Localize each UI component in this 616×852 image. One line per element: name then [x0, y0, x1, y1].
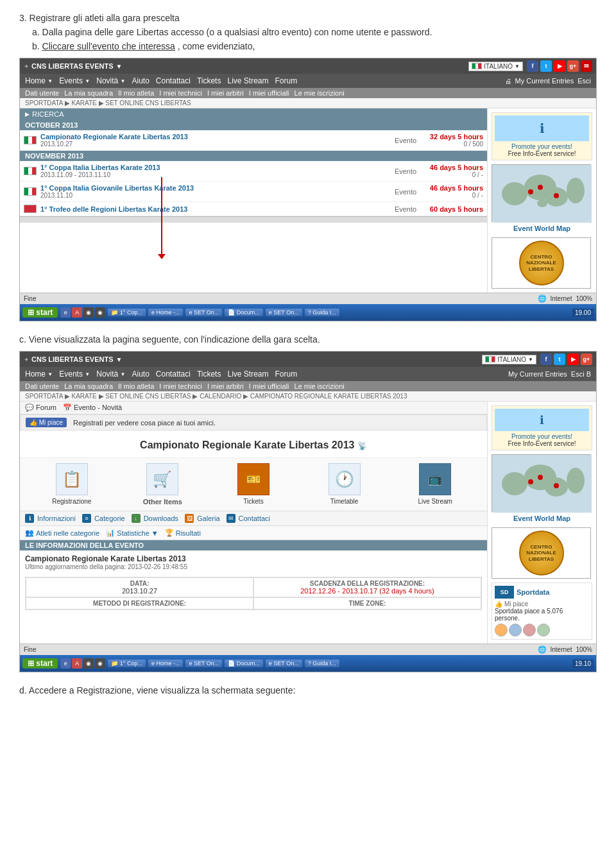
tab-contattaci[interactable]: ✉ Contattaci [227, 514, 271, 523]
ss2-nav-home[interactable]: Home ▼ [25, 370, 53, 379]
ss2-nav-tickets[interactable]: Tickets [197, 370, 221, 379]
sportdata-like-text[interactable]: Mi piace [504, 601, 528, 608]
ss2-taskbar-pdf-icon[interactable]: A [72, 658, 82, 669]
ss2-subnav-arbitri[interactable]: I miei arbitri [207, 382, 244, 390]
ss2-subnav-dati[interactable]: Dati utente [25, 382, 59, 390]
nav-novita[interactable]: Novità ▼ [96, 76, 125, 85]
event-row-2[interactable]: 1° Coppa Italia Libertas Karate 2013 201… [20, 161, 487, 182]
horizontal-scrollbar[interactable] [20, 216, 487, 223]
tab-galeria[interactable]: 🖼 Galeria [185, 514, 219, 523]
nav-tickets[interactable]: Tickets [197, 76, 221, 85]
icon-tickets[interactable]: 🎫 Tickets [208, 463, 299, 506]
rss-icon[interactable]: ✉ [581, 60, 592, 72]
taskbar-btn-5[interactable]: e SET On... [266, 309, 302, 316]
subnav-squadra[interactable]: La mia squadra [64, 89, 113, 97]
ss2-lang-selector[interactable]: ITALIANO ▼ [482, 355, 536, 364]
step3b-link[interactable]: Cliccare sull'evento che interessa [42, 41, 175, 51]
ss2-nav-contattaci[interactable]: Contattaci [156, 370, 191, 379]
ss2-tw-icon[interactable]: t [554, 354, 565, 365]
ss2-taskbar-btn-5[interactable]: e SET On... [266, 660, 302, 667]
subnav-dati[interactable]: Dati utente [25, 89, 59, 97]
start-button-1[interactable]: ⊞ start [22, 307, 58, 318]
nav-aiuto[interactable]: Aiuto [132, 76, 150, 85]
tab-downloads[interactable]: ↓ Downloads [132, 514, 178, 523]
twitter-icon[interactable]: t [540, 60, 552, 72]
map-title[interactable]: Event World Map [492, 225, 592, 232]
forum-link[interactable]: 💬 Forum [25, 404, 56, 412]
mi-piace-button[interactable]: 👍 Mi piace [26, 418, 67, 427]
nav-livestream[interactable]: Live Stream [227, 76, 268, 85]
subnav-arbitri[interactable]: I miei arbitri [207, 89, 244, 97]
taskbar-app2-icon[interactable]: ◉ [95, 307, 105, 318]
my-entries[interactable]: My Current Entries [515, 77, 574, 85]
taskbar-btn-6[interactable]: ? Guida I... [305, 309, 339, 316]
ss2-nav-novita[interactable]: Novità ▼ [96, 370, 125, 379]
subnav-atleta[interactable]: Il mio atleta [118, 89, 154, 97]
statistiche-item[interactable]: 📊 Statistiche ▼ [106, 529, 158, 537]
ss2-subnav-squadra[interactable]: La mia squadra [64, 382, 113, 390]
tab-categorie[interactable]: ≡ Categorie [82, 514, 125, 523]
ss2-taskbar-btn-2[interactable]: e Home -... [148, 660, 184, 667]
ss2-taskbar-btn-4[interactable]: 📄 Docum... [225, 660, 263, 667]
event-name-3[interactable]: 1° Coppa Italia Giovanile Libertas Karat… [40, 184, 386, 192]
atleti-nelle-categorie[interactable]: 👥 Atleti nelle categorie [25, 529, 99, 537]
start-button-2[interactable]: ⊞ start [22, 658, 58, 669]
rss-feed-icon[interactable]: 📡 [357, 441, 367, 450]
event-row-1[interactable]: Campionato Regionale Karate Libertas 201… [20, 130, 487, 151]
taskbar-ie-icon[interactable]: e [60, 307, 71, 318]
subnav-iscrizioni[interactable]: Le mie iscrizioni [295, 89, 345, 97]
ss2-nav-esci[interactable]: Esci B [571, 370, 591, 378]
icon-registrazione[interactable]: 📋 Registrazione [26, 463, 117, 506]
tab-informazioni[interactable]: ℹ Informazioni [25, 514, 76, 523]
event-name-2[interactable]: 1° Coppa Italia Libertas Karate 2013 [40, 164, 386, 171]
taskbar-app-icon[interactable]: ◉ [83, 307, 94, 318]
facebook-icon[interactable]: f [527, 60, 538, 72]
taskbar-btn-2[interactable]: e Home -... [148, 309, 184, 316]
ss2-nav-aiuto[interactable]: Aiuto [132, 370, 150, 379]
event-row-4[interactable]: 1° Trofeo delle Regioni Libertas Karate … [20, 202, 487, 216]
nav-events[interactable]: Events ▼ [59, 76, 90, 85]
evento-novita-link[interactable]: 📅 Evento - Novità [63, 404, 122, 412]
event-name-4[interactable]: 1° Trofeo delle Regioni Libertas Karate … [40, 205, 386, 213]
icon-timetable[interactable]: 🕐 Timetable [299, 463, 390, 506]
ss2-fb-icon[interactable]: f [540, 354, 552, 365]
nav-esci[interactable]: Esci [578, 77, 591, 85]
icon-other-items[interactable]: 🛒 Other Items [117, 463, 209, 506]
ss2-taskbar-btn-1[interactable]: 📁 1° Cop... [108, 660, 146, 667]
subnav-technici[interactable]: I miei technici [159, 89, 202, 97]
nav-home[interactable]: Home ▼ [25, 76, 53, 85]
promote-title[interactable]: Promote your events! [495, 143, 589, 150]
ss2-taskbar-ie-icon[interactable]: e [60, 658, 71, 669]
ss2-taskbar-btn-6[interactable]: ? Guida I... [305, 660, 339, 667]
ss2-subnav-iscrizioni[interactable]: Le mie iscrizioni [295, 382, 345, 390]
ss2-map-title[interactable]: Event World Map [492, 515, 592, 522]
ss2-promote-title[interactable]: Promote your events! [495, 433, 589, 440]
icon-livestream[interactable]: 📺 Live Stream [389, 463, 481, 506]
event-row-3[interactable]: 1° Coppa Italia Giovanile Libertas Karat… [20, 182, 487, 202]
ss2-yt-icon[interactable]: ▶ [567, 354, 579, 365]
ss2-taskbar-app-icon[interactable]: ◉ [83, 658, 94, 669]
ss2-nav-forum[interactable]: Forum [275, 370, 297, 379]
ss2-subnav-ufficiali[interactable]: I miei ufficiali [249, 382, 289, 390]
risultati-item[interactable]: 🏆 Risultati [165, 529, 201, 537]
ss2-taskbar-app2-icon[interactable]: ◉ [95, 658, 105, 669]
taskbar-pdf-icon[interactable]: A [72, 307, 82, 318]
nav-forum[interactable]: Forum [275, 76, 297, 85]
event-name-1[interactable]: Campionato Regionale Karate Libertas 201… [40, 133, 386, 141]
ss2-taskbar-btn-3[interactable]: e SET On... [185, 660, 222, 667]
taskbar-btn-4[interactable]: 📄 Docum... [225, 309, 263, 316]
ss2-gp-icon[interactable]: g+ [581, 354, 592, 365]
ss2-nav-livestream[interactable]: Live Stream [227, 370, 268, 379]
ss2-nav-events[interactable]: Events ▼ [59, 370, 90, 379]
ss2-my-entries[interactable]: My Current Entries [508, 370, 567, 378]
subnav-ufficiali[interactable]: I miei ufficiali [249, 89, 289, 97]
googleplus-icon[interactable]: g+ [567, 60, 579, 72]
livestream-icon: 📺 [428, 472, 442, 486]
taskbar-btn-3[interactable]: e SET On... [185, 309, 222, 316]
lang-selector[interactable]: ITALIANO ▼ [468, 62, 523, 71]
ss2-subnav-technici[interactable]: I miei technici [159, 382, 202, 390]
nav-contattaci[interactable]: Contattaci [156, 76, 191, 85]
taskbar-btn-1[interactable]: 📁 1° Cop... [108, 309, 146, 316]
ss2-subnav-atleta[interactable]: Il mio atleta [118, 382, 154, 390]
youtube-icon[interactable]: ▶ [554, 60, 565, 72]
